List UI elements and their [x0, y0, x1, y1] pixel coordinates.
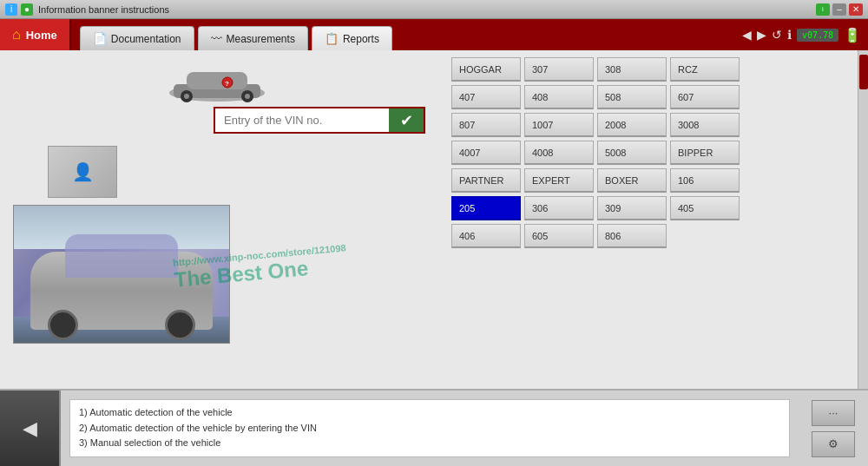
vehicle-button-2008[interactable]: 2008 — [597, 113, 667, 137]
svg-point-6 — [245, 94, 250, 99]
vehicle-button-308[interactable]: 308 — [597, 57, 667, 82]
main-content: ? Entry of the VIN no. ✔ 👤 http://w — [0, 50, 868, 389]
vehicle-button-307[interactable]: 307 — [524, 57, 594, 82]
nav-icon-forward[interactable]: ▶ — [757, 28, 766, 42]
close-button[interactable]: ✕ — [849, 3, 863, 16]
info-line: 1) Automatic detection of the vehicle — [79, 405, 780, 421]
person-icon: 👤 — [72, 161, 94, 182]
vehicle-row: HOGGAR307308RCZ — [451, 57, 853, 82]
tab-reports[interactable]: 📋 Reports — [312, 26, 392, 50]
tab-documentation[interactable]: 📄 Documentation — [80, 26, 194, 50]
vehicle-button-807[interactable]: 807 — [451, 113, 521, 137]
left-panel: ? Entry of the VIN no. ✔ 👤 http://w — [0, 50, 443, 389]
vehicle-button-607[interactable]: 607 — [670, 85, 740, 109]
more-icon: ··· — [829, 406, 838, 419]
car-svg-area: ? — [139, 57, 295, 105]
measurements-icon: 〰 — [211, 32, 222, 45]
tab-measurements[interactable]: 〰 Measurements — [198, 26, 308, 50]
car-body — [30, 252, 213, 330]
vin-input[interactable] — [215, 108, 389, 132]
vehicle-button-hoggar[interactable]: HOGGAR — [451, 57, 521, 82]
nav-icon-back[interactable]: ◀ — [742, 28, 752, 42]
wheel-right — [165, 310, 195, 340]
vin-confirm-button[interactable]: ✔ — [389, 108, 424, 132]
vehicle-button-3008[interactable]: 3008 — [670, 113, 740, 137]
svg-rect-2 — [187, 72, 247, 89]
back-button[interactable]: ◀ — [0, 391, 61, 466]
reports-icon: 📋 — [325, 32, 339, 45]
tools-button[interactable]: ⚙ — [812, 431, 855, 457]
vehicle-button-508[interactable]: 508 — [597, 85, 667, 109]
vehicle-button-5008[interactable]: 5008 — [597, 141, 667, 165]
more-button[interactable]: ··· — [812, 400, 855, 426]
vehicle-row: 400740085008BIPPER — [451, 141, 853, 165]
nav-tabs: 📄 Documentation 〰 Measurements 📋 Reports — [71, 19, 392, 50]
vehicle-button-405[interactable]: 405 — [670, 196, 740, 220]
vehicle-grid: HOGGAR307308RCZ4074085086078071007200830… — [443, 50, 858, 389]
tab-measurements-label: Measurements — [227, 33, 295, 45]
scrollbar-track[interactable] — [858, 50, 868, 389]
nav-icon-info[interactable]: ℹ — [787, 28, 792, 42]
vin-entry-box: Entry of the VIN no. ✔ — [214, 107, 425, 134]
vehicle-row: 407408508607 — [451, 85, 853, 109]
vehicle-button-4008[interactable]: 4008 — [524, 141, 594, 165]
car-photo — [13, 205, 230, 344]
title-bar: i ● Information banner instructions i – … — [0, 0, 868, 19]
tab-reports-label: Reports — [343, 33, 379, 45]
vehicle-button-rcz[interactable]: RCZ — [670, 57, 740, 82]
svg-text:?: ? — [225, 80, 229, 88]
nav-icon-refresh[interactable]: ↺ — [772, 28, 782, 42]
checkmark-icon: ✔ — [400, 111, 413, 130]
battery-icon: 🔋 — [844, 27, 861, 43]
car-top-icon: ? — [165, 60, 269, 103]
home-label: Home — [26, 29, 57, 42]
title-bar-title: Information banner instructions — [38, 4, 816, 15]
vehicle-button-bipper[interactable]: BIPPER — [670, 141, 740, 165]
vehicle-button-605[interactable]: 605 — [524, 224, 594, 248]
vehicle-button-406[interactable]: 406 — [451, 224, 521, 248]
vehicle-button-expert[interactable]: EXPERT — [524, 168, 594, 193]
app-icon-blue: i — [5, 3, 17, 16]
app-icon-green: ● — [21, 3, 33, 16]
vehicle-row: 406605806 — [451, 224, 853, 248]
info-text-box: 1) Automatic detection of the vehicle2) … — [69, 399, 790, 457]
version-display: v07.78 — [797, 29, 838, 42]
documentation-icon: 📄 — [93, 32, 107, 45]
vehicle-button-309[interactable]: 309 — [597, 196, 667, 220]
nav-bar: ⌂ Home 📄 Documentation 〰 Measurements 📋 … — [0, 19, 868, 50]
svg-point-4 — [184, 94, 189, 99]
vehicle-button-1007[interactable]: 1007 — [524, 113, 594, 137]
home-icon: ⌂ — [12, 27, 21, 43]
info-line: 2) Automatic detection of the vehicle by… — [79, 421, 780, 436]
home-button[interactable]: ⌂ Home — [0, 19, 71, 50]
vehicle-button-boxer[interactable]: BOXER — [597, 168, 667, 193]
tab-documentation-label: Documentation — [111, 33, 181, 45]
info-ctrl[interactable]: i — [816, 3, 830, 16]
vehicle-button-407[interactable]: 407 — [451, 85, 521, 109]
vehicle-row: 807100720083008 — [451, 113, 853, 137]
vehicle-row: 205306309405 — [451, 196, 853, 220]
wheel-left — [48, 310, 78, 340]
title-bar-controls: i – ✕ — [816, 3, 863, 16]
vehicle-button-partner[interactable]: PARTNER — [451, 168, 521, 193]
vehicle-button-408[interactable]: 408 — [524, 85, 594, 109]
tools-icon: ⚙ — [828, 437, 838, 450]
minimize-button[interactable]: – — [832, 3, 846, 16]
scrollbar-thumb[interactable] — [859, 55, 868, 89]
info-line: 3) Manual selection of the vehicle — [79, 436, 780, 451]
placeholder-image: 👤 — [48, 146, 117, 198]
vehicle-button-806[interactable]: 806 — [597, 224, 667, 248]
vehicle-button-205[interactable]: 205 — [451, 196, 521, 220]
back-arrow-icon: ◀ — [23, 417, 37, 440]
bottom-right-buttons: ··· ⚙ — [799, 391, 868, 466]
vehicle-row: PARTNEREXPERTBOXER106 — [451, 168, 853, 193]
vehicle-button-306[interactable]: 306 — [524, 196, 594, 220]
bottom-panel: ◀ 1) Automatic detection of the vehicle2… — [0, 389, 868, 466]
vehicle-button-106[interactable]: 106 — [670, 168, 740, 193]
nav-right-area: ◀ ▶ ↺ ℹ v07.78 🔋 — [742, 19, 868, 50]
vehicle-button-4007[interactable]: 4007 — [451, 141, 521, 165]
title-bar-icons: i ● — [5, 3, 33, 16]
